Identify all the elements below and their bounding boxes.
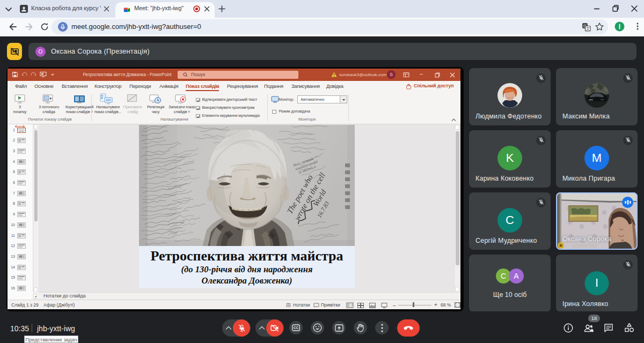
svg-text:CC: CC [294,326,299,330]
svg-text:文: 文 [586,26,590,31]
